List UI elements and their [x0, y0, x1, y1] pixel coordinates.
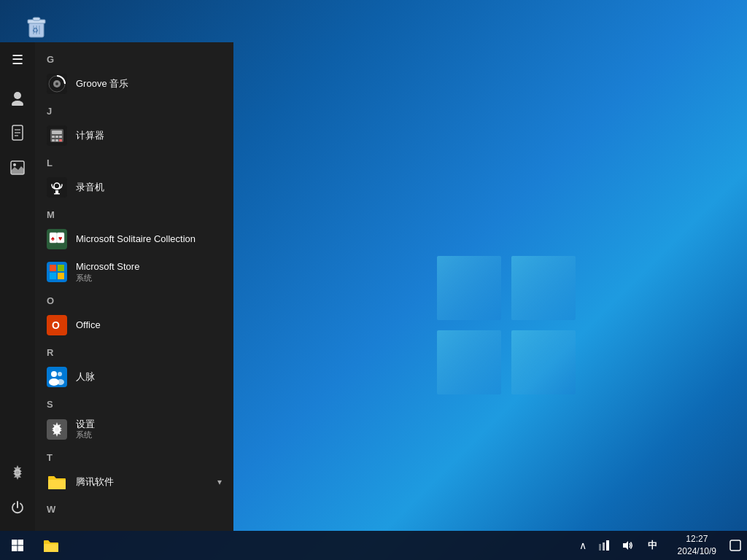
sidebar-document-button[interactable] — [0, 115, 35, 150]
svg-rect-26 — [55, 136, 58, 138]
tencent-folder-label: 腾讯软件 — [76, 476, 114, 488]
start-button[interactable] — [0, 531, 35, 560]
hamburger-icon: ☰ — [12, 52, 23, 68]
svg-point-48 — [57, 379, 64, 385]
recorder-label: 录音机 — [76, 182, 104, 193]
svg-text:O: O — [52, 319, 60, 331]
svg-text:♻: ♻ — [32, 26, 39, 34]
svg-rect-39 — [50, 265, 56, 271]
settings-label: 设置 — [76, 419, 95, 430]
start-menu: ☰ — [0, 42, 233, 531]
svg-text:♥: ♥ — [58, 235, 62, 242]
power-icon — [9, 499, 26, 516]
calculator-item[interactable]: 计算器 — [35, 120, 233, 152]
tray-up-arrow-icon: ∧ — [579, 540, 587, 551]
groove-music-label: Groove 音乐 — [76, 78, 128, 90]
people-label: 人脉 — [76, 371, 95, 383]
people-icon — [47, 367, 67, 387]
volume-tray-button[interactable] — [617, 531, 638, 560]
section-m-letter: M — [35, 203, 233, 223]
section-g-letter: G — [35, 48, 233, 68]
svg-rect-2 — [437, 330, 501, 394]
svg-rect-53 — [12, 546, 18, 552]
groove-music-item[interactable]: Groove 音乐 — [35, 68, 233, 100]
svg-rect-58 — [606, 540, 609, 551]
solitaire-icon: ♠ ♥ — [47, 229, 67, 249]
solitaire-item[interactable]: ♠ ♥ Microsoft Solitaire Collection — [35, 223, 233, 255]
desktop: ♻ 回收站 ☰ — [0, 0, 747, 560]
people-item[interactable]: 人脉 — [35, 361, 233, 393]
sidebar-bottom — [0, 455, 35, 531]
section-t-letter: T — [35, 446, 233, 466]
svg-rect-0 — [437, 256, 501, 320]
language-label: 中 — [645, 539, 660, 552]
network-icon — [598, 540, 610, 551]
tencent-expand-icon: ▾ — [217, 477, 222, 487]
svg-rect-40 — [58, 265, 64, 271]
svg-rect-60 — [730, 540, 740, 551]
svg-rect-57 — [603, 542, 605, 551]
svg-marker-59 — [623, 541, 628, 550]
office-label: Office — [76, 319, 101, 331]
groove-music-icon — [47, 74, 67, 94]
recycle-bin-svg: ♻ — [22, 11, 51, 40]
clock-date: 2024/10/9 — [678, 545, 716, 558]
ms-store-item[interactable]: Microsoft Store 系统 — [35, 255, 233, 289]
calculator-icon — [47, 125, 67, 146]
notification-icon — [729, 539, 742, 552]
network-tray-button[interactable] — [594, 531, 614, 560]
notification-button[interactable] — [724, 531, 747, 560]
svg-rect-52 — [18, 540, 24, 545]
svg-rect-42 — [58, 273, 64, 279]
svg-rect-32 — [55, 190, 58, 193]
calculator-label: 计算器 — [76, 130, 104, 141]
ms-store-label: Microsoft Store — [76, 261, 139, 273]
svg-rect-29 — [55, 139, 58, 141]
settings-subtitle: 系统 — [76, 429, 95, 440]
app-list: G Groove 音乐 J — [35, 42, 233, 531]
settings-icon — [9, 464, 26, 481]
hamburger-button[interactable]: ☰ — [0, 42, 35, 77]
sidebar-power-button[interactable] — [0, 490, 35, 525]
sidebar-settings-button[interactable] — [0, 455, 35, 490]
svg-rect-3 — [511, 330, 576, 394]
file-explorer-button[interactable] — [36, 531, 66, 560]
settings-item[interactable]: 设置 系统 — [35, 413, 233, 447]
tencent-folder-item[interactable]: 腾讯软件 ▾ — [35, 466, 233, 498]
recorder-icon — [47, 177, 67, 198]
sidebar-photos-button[interactable] — [0, 150, 35, 185]
file-explorer-icon — [43, 538, 59, 553]
section-l-letter: L — [35, 152, 233, 171]
section-w-letter: W — [35, 498, 233, 518]
solitaire-label: Microsoft Solitaire Collection — [76, 233, 196, 245]
svg-point-12 — [12, 101, 23, 106]
svg-rect-1 — [511, 256, 576, 320]
settings-app-icon — [47, 419, 67, 440]
ms-store-icon — [47, 262, 67, 282]
clock-display[interactable]: 12:27 2024/10/9 — [670, 531, 724, 560]
svg-point-46 — [58, 372, 62, 376]
svg-rect-56 — [599, 544, 601, 551]
tray-overflow-button[interactable]: ∧ — [575, 531, 591, 560]
section-r-letter: R — [35, 341, 233, 361]
recorder-item[interactable]: 录音机 — [35, 171, 233, 203]
language-tray-button[interactable]: 中 — [640, 531, 665, 560]
volume-icon — [622, 540, 633, 551]
svg-rect-51 — [12, 540, 18, 545]
settings-text: 设置 系统 — [76, 419, 95, 441]
svg-rect-54 — [18, 546, 24, 552]
user-icon — [9, 90, 26, 106]
svg-rect-24 — [52, 131, 62, 134]
svg-rect-50 — [48, 480, 66, 489]
svg-rect-25 — [52, 136, 55, 138]
svg-rect-28 — [52, 139, 55, 141]
svg-point-18 — [13, 163, 16, 166]
ms-store-subtitle: 系统 — [76, 273, 139, 284]
photos-icon — [9, 160, 26, 176]
office-item[interactable]: O Office — [35, 309, 233, 341]
svg-point-22 — [55, 82, 58, 85]
system-tray: ∧ 中 — [569, 531, 670, 560]
sidebar-user-button[interactable] — [0, 80, 35, 115]
tencent-folder-icon — [47, 472, 67, 492]
section-o-letter: O — [35, 289, 233, 309]
